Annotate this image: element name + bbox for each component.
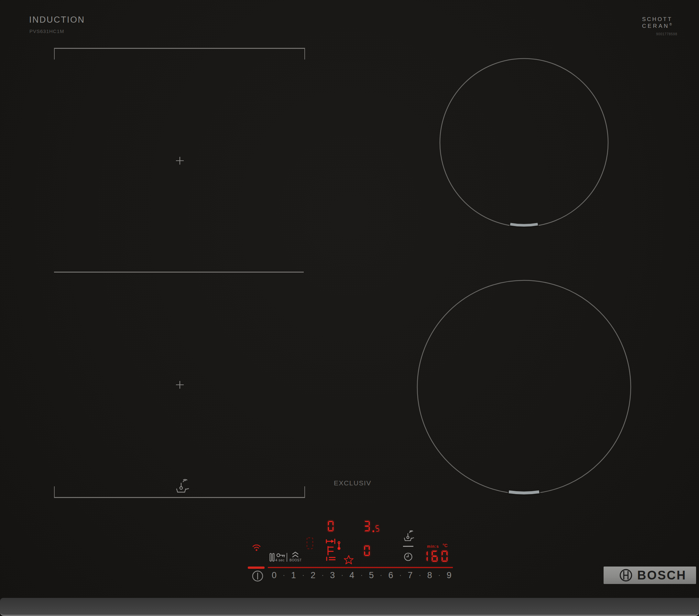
zone-ring-rear-right: [440, 58, 608, 227]
keypad-dot: ·: [360, 571, 362, 579]
keypad-dot: ·: [399, 571, 401, 579]
power-slider-track[interactable]: [268, 567, 453, 568]
keypad-dot: ·: [341, 571, 343, 579]
keypad-dot: ·: [419, 571, 421, 579]
keypad-key-1[interactable]: 1: [291, 571, 296, 580]
wifi-home-connect-key[interactable]: [252, 544, 261, 551]
keypad-key-2[interactable]: 2: [311, 571, 315, 580]
zone-ring-front-right: [417, 280, 631, 494]
cooking-zone-rings: [0, 0, 699, 616]
led-left-rear-level: [327, 520, 336, 532]
induction-hob-surface: INDUCTION PVS631HC1M SCHOTT CERAN® 90017…: [0, 0, 699, 616]
power-slider-active-segment[interactable]: [248, 566, 265, 569]
childlock-hold-label: 4 sec: [275, 558, 285, 562]
fry-sensor-key-icon[interactable]: [403, 530, 415, 542]
timer-clock-key[interactable]: [404, 552, 413, 561]
childlock-key-icon[interactable]: [276, 552, 285, 559]
timer-dash-indicator: [403, 546, 413, 547]
keypad-key-7[interactable]: 7: [408, 571, 413, 580]
series-label: EXCLUSIV: [330, 479, 375, 487]
zone-marker-front-right: [509, 492, 539, 493]
boost-key-icon[interactable]: [292, 552, 299, 558]
keypad-key-9[interactable]: 9: [447, 571, 451, 580]
keypad[interactable]: 0·1·2·3·4·5·6·7·8·9: [272, 570, 451, 581]
keypad-key-3[interactable]: 3: [330, 571, 335, 580]
boost-label: BOOST: [290, 559, 302, 562]
front-trim-rail: [0, 598, 699, 616]
favourite-star-key[interactable]: [344, 555, 354, 565]
keypad-key-0[interactable]: 0: [272, 571, 277, 580]
timer-unit-time: min:s: [427, 544, 439, 549]
pause-key-icon[interactable]: [269, 553, 275, 562]
keypad-dot: ·: [438, 571, 440, 579]
brand-badge: BOSCH: [604, 566, 696, 584]
keypad-key-4[interactable]: 4: [350, 571, 354, 580]
keypad-key-5[interactable]: 5: [369, 571, 373, 580]
bosch-armature-icon: [619, 568, 633, 582]
keypad-dot: ·: [380, 571, 382, 579]
power-key[interactable]: [252, 570, 264, 582]
keypad-key-8[interactable]: 8: [427, 571, 432, 580]
led-left-front-level: [363, 545, 372, 557]
keypad-dot: ·: [283, 571, 285, 579]
keypad-dot: ·: [321, 571, 324, 579]
timer-unit-temp: °C: [443, 543, 448, 548]
keypad-key-6[interactable]: 6: [388, 571, 393, 580]
led-left-setting: [363, 520, 381, 532]
keypad-dot: ·: [302, 571, 304, 579]
panel-divider: [287, 553, 287, 562]
zone-marker-rear-right: [510, 224, 538, 225]
pot-detection-icon: [306, 537, 314, 550]
pan-transfer-indicator: [326, 539, 342, 561]
brand-name: BOSCH: [637, 568, 686, 582]
led-timer-value: [421, 550, 450, 563]
